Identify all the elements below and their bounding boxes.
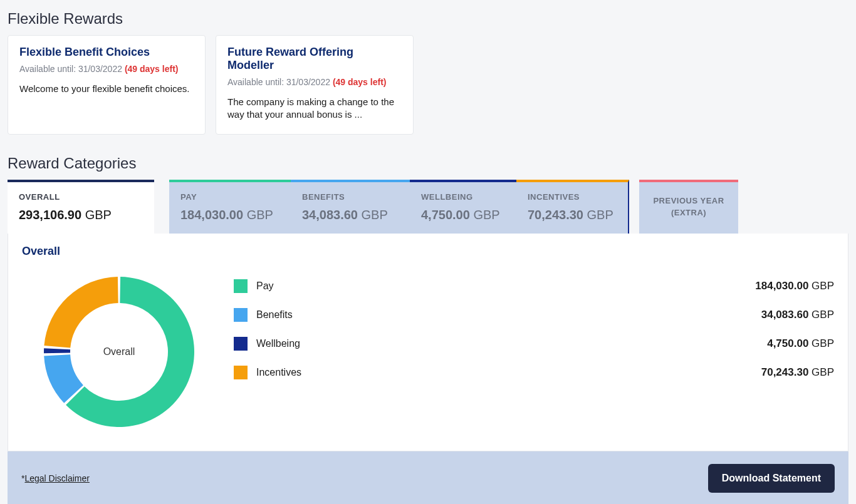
tab-label: INCENTIVES: [528, 192, 617, 202]
tab-amount: 184,030.00: [180, 208, 243, 222]
tab-label: PAY: [180, 192, 279, 202]
tab-label: PREVIOUS YEAR (EXTRA): [650, 195, 727, 218]
donut-chart: Overall: [22, 264, 216, 440]
card-subtitle: Available until: 31/03/2022 (49 days lef…: [227, 77, 402, 87]
tab-benefits[interactable]: BENEFITS 34,083.60 GBP: [291, 180, 410, 234]
legend-amount: 70,243.30: [761, 366, 809, 378]
card-description: The company is making a change to the wa…: [227, 96, 402, 121]
tab-currency: GBP: [247, 208, 273, 222]
legend-row-pay: Pay 184,030.00 GBP: [234, 272, 834, 301]
panel-heading: Overall: [22, 245, 834, 258]
legend-value: 4,750.00 GBP: [767, 337, 834, 350]
tab-amount: 293,106.90: [19, 208, 81, 222]
card-days-left: (49 days left): [125, 64, 179, 74]
card-days-left: (49 days left): [333, 77, 387, 87]
tab-wellbeing[interactable]: WELLBEING 4,750.00 GBP: [410, 180, 516, 234]
legend-name: Benefits: [256, 309, 293, 321]
legend-left: Wellbeing: [234, 337, 300, 351]
cards-row: Flexible Benefit Choices Available until…: [8, 35, 848, 135]
card-future-reward-modeller[interactable]: Future Reward Offering Modeller Availabl…: [216, 35, 414, 135]
flexible-rewards-title: Flexible Rewards: [8, 10, 848, 28]
legend-value: 70,243.30 GBP: [761, 366, 834, 379]
panel-body: Overall Pay 184,030.00 GBP Ben: [22, 264, 834, 440]
reward-categories-title: Reward Categories: [8, 155, 848, 172]
tab-amount: 4,750.00: [421, 208, 470, 222]
swatch-icon: [234, 279, 248, 293]
legend-left: Incentives: [234, 366, 301, 379]
card-available-text: Available until: 31/03/2022: [19, 64, 122, 74]
tab-value: 34,083.60 GBP: [302, 208, 399, 222]
legend-row-wellbeing: Wellbeing 4,750.00 GBP: [234, 329, 834, 358]
flexible-rewards-section: Flexible Rewards Flexible Benefit Choice…: [8, 10, 848, 135]
download-statement-button[interactable]: Download Statement: [708, 464, 835, 493]
legend-name: Wellbeing: [256, 338, 300, 349]
legend-value: 34,083.60 GBP: [761, 309, 834, 321]
legend-name: Pay: [256, 280, 274, 292]
legend-currency: GBP: [812, 337, 834, 349]
tab-value: 70,243.30 GBP: [528, 208, 617, 222]
card-subtitle: Available until: 31/03/2022 (49 days lef…: [19, 64, 194, 74]
card-available-text: Available until: 31/03/2022: [227, 77, 330, 87]
legend-row-benefits: Benefits 34,083.60 GBP: [234, 301, 834, 329]
legend-value: 184,030.00 GBP: [755, 280, 834, 292]
tab-previous-year[interactable]: PREVIOUS YEAR (EXTRA): [639, 180, 738, 234]
overview-panel: Overall Overall Pay 184,030.00 GBP: [8, 234, 848, 451]
tab-currency: GBP: [362, 208, 388, 222]
tab-currency: GBP: [587, 208, 613, 222]
tab-label: WELLBEING: [421, 192, 505, 202]
tab-value: 293,106.90 GBP: [19, 208, 143, 222]
legend-left: Pay: [234, 279, 274, 293]
tab-currency: GBP: [85, 208, 112, 222]
swatch-icon: [234, 308, 248, 322]
tab-value: 184,030.00 GBP: [180, 208, 279, 222]
donut-slice-wellbeing: [44, 348, 70, 353]
tab-amount: 34,083.60: [302, 208, 358, 222]
reward-categories-section: Reward Categories OVERALL 293,106.90 GBP…: [8, 155, 848, 505]
card-title: Flexible Benefit Choices: [19, 46, 194, 59]
tab-pay[interactable]: PAY 184,030.00 GBP: [169, 180, 291, 234]
panel-footer: *Legal Disclaimer Download Statement: [8, 451, 848, 505]
legend-name: Incentives: [256, 367, 301, 378]
legal-link[interactable]: Legal Disclaimer: [24, 473, 89, 483]
swatch-icon: [234, 337, 248, 351]
card-flexible-benefit-choices[interactable]: Flexible Benefit Choices Available until…: [8, 35, 206, 135]
donut-center-label: Overall: [103, 346, 135, 357]
tab-incentives[interactable]: INCENTIVES 70,243.30 GBP: [516, 180, 629, 234]
legend-currency: GBP: [812, 366, 834, 378]
legend-left: Benefits: [234, 308, 293, 322]
legend-amount: 184,030.00: [755, 280, 808, 292]
tab-value: 4,750.00 GBP: [421, 208, 505, 222]
category-tabs: OVERALL 293,106.90 GBP PAY 184,030.00 GB…: [8, 180, 848, 234]
legend-currency: GBP: [812, 309, 834, 321]
legend-currency: GBP: [812, 280, 834, 292]
tab-label: OVERALL: [19, 192, 143, 202]
legend-table: Pay 184,030.00 GBP Benefits 34,083.60 GB…: [234, 272, 834, 387]
tab-label: BENEFITS: [302, 192, 399, 202]
legend-amount: 34,083.60: [761, 309, 809, 321]
card-title: Future Reward Offering Modeller: [227, 46, 402, 72]
donut-slice-incentives: [44, 277, 118, 348]
tab-currency: GBP: [473, 208, 499, 222]
tab-amount: 70,243.30: [528, 208, 583, 222]
legend-amount: 4,750.00: [767, 337, 808, 349]
swatch-icon: [234, 366, 248, 379]
legal-disclaimer: *Legal Disclaimer: [21, 473, 90, 483]
card-description: Welcome to your flexible benefit choices…: [19, 83, 194, 95]
tab-overall[interactable]: OVERALL 293,106.90 GBP: [8, 180, 154, 234]
legend-row-incentives: Incentives 70,243.30 GBP: [234, 358, 834, 387]
